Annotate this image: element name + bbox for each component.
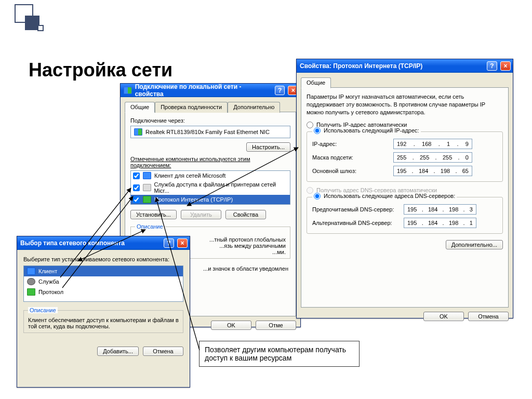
components-list[interactable]: Клиент для сетей Microsoft Служба доступ… bbox=[130, 170, 290, 205]
decor-square-3 bbox=[37, 25, 44, 31]
radio-manual-dns-label: Использовать следующие адреса DNS-сервер… bbox=[324, 193, 455, 199]
chk-tcpip[interactable] bbox=[133, 196, 140, 203]
printer-icon bbox=[143, 184, 151, 191]
help-icon[interactable]: ? bbox=[164, 238, 174, 248]
net-icon bbox=[124, 87, 132, 94]
titlebar-tcpip[interactable]: Свойства: Протокол Интернета (TCP/IP) ? … bbox=[297, 59, 513, 73]
cancel-button-tcpip[interactable]: Отмена bbox=[468, 312, 509, 321]
description-legend: Описание bbox=[135, 223, 165, 230]
title-text-component: Выбор типа сетевого компонента bbox=[20, 240, 125, 247]
ip-field[interactable]: 192.168.1.9 bbox=[393, 139, 472, 149]
component-list[interactable]: Клиент Служба Протокол bbox=[23, 265, 183, 302]
gateway-field[interactable]: 195.184.198.65 bbox=[393, 166, 472, 176]
tab-auth[interactable]: Проверка подлинности bbox=[155, 102, 228, 113]
nic-icon bbox=[134, 128, 142, 136]
page-title: Настройка сети bbox=[29, 59, 172, 81]
dns2-field[interactable]: 195.184.198.1 bbox=[404, 218, 476, 228]
ok-button-lan[interactable]: OK bbox=[211, 321, 251, 330]
tray-label: ...и значок в области уведомлен bbox=[203, 265, 288, 272]
window-component-type: Выбор типа сетевого компонента ? × Выбер… bbox=[17, 236, 190, 388]
item-fileshare: Служба доступа к файлам и принтерам сете… bbox=[154, 181, 288, 194]
advanced-button[interactable]: Дополнительно... bbox=[446, 240, 503, 249]
item-client: Клиент bbox=[38, 268, 57, 274]
explanation-note: Позволяет другим компьютерам получать до… bbox=[199, 341, 360, 367]
components-label: Отмеченные компоненты используются этим … bbox=[130, 156, 290, 168]
title-text-tcpip: Свойства: Протокол Интернета (TCP/IP) bbox=[300, 62, 422, 70]
dns1-field[interactable]: 195.184.198.3 bbox=[404, 204, 476, 215]
client-icon bbox=[143, 172, 151, 179]
connect-via-label: Подключение через: bbox=[130, 117, 290, 124]
titlebar-lan[interactable]: Подключение по локальной сети - свойства… bbox=[121, 84, 300, 97]
cancel-button-lan[interactable]: Отме bbox=[256, 321, 296, 330]
mask-field[interactable]: 255.255.255.0 bbox=[393, 152, 472, 163]
uninstall-button[interactable]: Удалить bbox=[181, 210, 221, 219]
tab-general-tcpip[interactable]: Общие bbox=[301, 77, 331, 88]
mask-label: Маска подсети: bbox=[312, 154, 390, 161]
item-client: Клиент для сетей Microsoft bbox=[154, 172, 225, 179]
protocol-icon bbox=[27, 288, 35, 296]
chk-client[interactable] bbox=[133, 172, 140, 179]
radio-manual-dns[interactable] bbox=[314, 193, 321, 200]
description-body: Клиент обеспечивает доступ к компьютерам… bbox=[28, 317, 179, 329]
window-tcpip-props: Свойства: Протокол Интернета (TCP/IP) ? … bbox=[296, 59, 513, 318]
adapter-name: Realtek RTL8139/810x Family Fast Etherne… bbox=[145, 129, 270, 135]
radio-manual-ip[interactable] bbox=[314, 127, 321, 134]
ip-label: IP-адрес: bbox=[312, 141, 390, 147]
intro-text: Параметры IP могут назначаться автоматич… bbox=[307, 93, 503, 116]
radio-manual-ip-label: Использовать следующий IP-адрес: bbox=[324, 127, 419, 134]
configure-button[interactable]: Настроить... bbox=[246, 142, 290, 152]
protocol-icon bbox=[143, 196, 151, 203]
item-service: Служба bbox=[38, 278, 59, 285]
item-protocol: Протокол bbox=[38, 289, 63, 295]
title-text: Подключение по локальной сети - свойства bbox=[135, 83, 269, 98]
service-icon bbox=[27, 278, 35, 285]
tab-general[interactable]: Общие bbox=[125, 102, 155, 113]
component-prompt: Выберите тип устанавливаемого сетевого к… bbox=[23, 256, 183, 262]
cancel-button-component[interactable]: Отмена bbox=[143, 347, 183, 356]
item-tcpip: Протокол Интернета (TCP/IP) bbox=[154, 196, 233, 203]
titlebar-component[interactable]: Выбор типа сетевого компонента ? × bbox=[17, 236, 190, 250]
description-legend: Описание bbox=[28, 307, 58, 313]
help-icon[interactable]: ? bbox=[275, 86, 285, 95]
gateway-label: Основной шлюз: bbox=[312, 168, 390, 174]
chk-fileshare[interactable] bbox=[133, 184, 140, 191]
close-icon[interactable]: × bbox=[500, 61, 511, 71]
install-button[interactable]: Установить... bbox=[130, 210, 177, 219]
dns1-label: Предпочитаемый DNS-сервер: bbox=[312, 206, 401, 212]
help-icon[interactable]: ? bbox=[487, 61, 497, 71]
tabstrip-lan: Общие Проверка подлинности Дополнительно bbox=[125, 101, 296, 112]
add-button[interactable]: Добавить... bbox=[97, 347, 139, 356]
client-icon bbox=[27, 268, 35, 275]
close-icon[interactable]: × bbox=[177, 238, 188, 248]
properties-button[interactable]: Свойства bbox=[225, 210, 266, 219]
ok-button-tcpip[interactable]: OK bbox=[423, 312, 464, 321]
dns2-label: Альтернативный DNS-сервер: bbox=[312, 220, 401, 226]
tab-advanced[interactable]: Дополнительно bbox=[228, 102, 280, 113]
